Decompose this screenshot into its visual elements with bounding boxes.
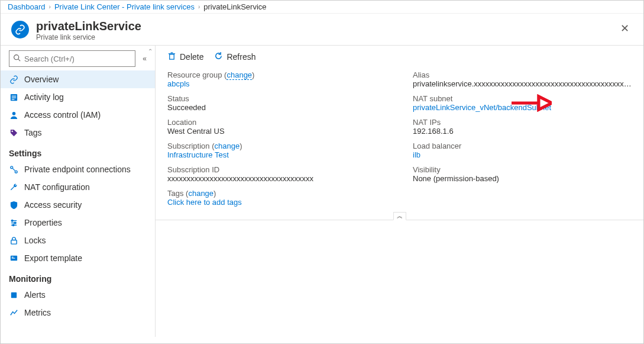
- sidebar-item-activity-log[interactable]: Activity log: [1, 88, 155, 106]
- collapse-sidebar-button[interactable]: «: [140, 53, 149, 64]
- breadcrumb-item-dashboard[interactable]: Dashboard: [8, 2, 46, 11]
- alias-value: privatelinkservice.xxxxxxxxxxxxxxxxxxxxx…: [413, 79, 632, 88]
- visibility-label: Visibility: [413, 165, 632, 174]
- breadcrumb-item-pl-center[interactable]: Private Link Center - Private link servi…: [54, 2, 195, 11]
- svg-rect-4: [11, 97, 16, 98]
- refresh-icon: [214, 52, 223, 62]
- sidebar-header-monitoring: Monitoring: [1, 267, 155, 286]
- svg-point-16: [12, 224, 14, 226]
- sidebar: ⌃ « Overview Activity log: [1, 46, 156, 337]
- load-balancer-label: Load balancer: [413, 142, 632, 150]
- page-header: privateLinkService Private link service …: [1, 14, 643, 45]
- field-nat-ips: NAT IPs 192.168.1.6: [413, 118, 632, 136]
- sidebar-item-label: Access security: [24, 200, 82, 210]
- sidebar-item-access-security[interactable]: Access security: [1, 196, 155, 214]
- delete-button[interactable]: Delete: [167, 52, 203, 62]
- chevron-up-icon: ︽: [397, 212, 403, 220]
- subscription-change-link[interactable]: change: [215, 142, 240, 150]
- sidebar-item-properties[interactable]: Properties: [1, 214, 155, 232]
- main-content: Delete Refresh: [156, 46, 643, 337]
- sidebar-item-overview[interactable]: Overview: [1, 70, 155, 88]
- sidebar-item-pe-connections[interactable]: Private endpoint connections: [1, 160, 155, 178]
- nat-ips-value: 192.168.1.6: [413, 127, 632, 136]
- sidebar-item-label: Tags: [24, 128, 42, 137]
- field-subscription: Subscription (change) Infrastructure Tes…: [167, 142, 413, 159]
- location-label: Location: [167, 118, 413, 127]
- refresh-button[interactable]: Refresh: [214, 52, 255, 62]
- sidebar-item-label: Metrics: [24, 308, 51, 317]
- properties-icon: [9, 218, 18, 227]
- close-button[interactable]: ✕: [616, 20, 634, 37]
- nat-ips-label: NAT IPs: [413, 118, 632, 127]
- resource-group-change-link[interactable]: change: [226, 70, 252, 80]
- breadcrumb-item-current: privateLinkService: [203, 2, 266, 11]
- page-title: privateLinkService: [36, 20, 141, 33]
- subscription-id-label: Subscription ID: [167, 165, 413, 174]
- svg-point-0: [14, 55, 19, 60]
- tags-change-link[interactable]: change: [188, 189, 213, 198]
- field-subscription-id: Subscription ID xxxxxxxxxxxxxxxxxxxxxxxx…: [167, 165, 413, 183]
- resource-group-value[interactable]: abcpls: [167, 79, 413, 88]
- field-tags: Tags (change) Click here to add tags: [167, 189, 413, 207]
- load-balancer-value[interactable]: ilb: [413, 150, 632, 159]
- alert-icon: [9, 291, 18, 300]
- sidebar-item-locks[interactable]: Locks: [1, 232, 155, 249]
- search-input[interactable]: [24, 54, 131, 63]
- refresh-label: Refresh: [226, 52, 255, 62]
- svg-rect-20: [11, 258, 15, 258]
- location-value: West Central US: [167, 127, 413, 136]
- person-icon: [9, 111, 18, 120]
- field-nat-subnet: NAT subnet privateLinkService_vNet/backe…: [413, 94, 632, 112]
- log-icon: [9, 93, 18, 102]
- subscription-label: Subscription: [167, 142, 210, 150]
- page-subtitle: Private link service: [36, 33, 141, 41]
- sidebar-item-nat-config[interactable]: NAT configuration: [1, 178, 155, 196]
- sidebar-item-export-template[interactable]: Export template: [1, 249, 155, 267]
- resource-link-icon: [11, 21, 29, 38]
- sidebar-item-label: Private endpoint connections: [24, 165, 131, 174]
- sidebar-item-label: Access control (IAM): [24, 110, 101, 120]
- svg-point-6: [12, 111, 15, 115]
- toolbar: Delete Refresh: [156, 46, 643, 68]
- sidebar-item-alerts[interactable]: Alerts: [1, 286, 155, 304]
- lock-icon: [9, 236, 18, 245]
- connections-icon: [9, 165, 18, 174]
- sidebar-item-access-control[interactable]: Access control (IAM): [1, 106, 155, 124]
- status-value: Succeeded: [167, 103, 413, 112]
- sidebar-item-metrics[interactable]: Metrics: [1, 304, 155, 322]
- status-label: Status: [167, 94, 413, 103]
- field-alias: Alias privatelinkservice.xxxxxxxxxxxxxxx…: [413, 70, 632, 88]
- nat-subnet-value[interactable]: privateLinkService_vNet/backendSubnet: [413, 103, 632, 112]
- tags-label: Tags: [167, 189, 183, 198]
- alias-label: Alias: [413, 70, 632, 79]
- wrench-icon: [9, 183, 18, 192]
- collapse-essentials-button[interactable]: ︽: [393, 212, 406, 220]
- visibility-value: None (permission-based): [413, 174, 632, 183]
- svg-rect-3: [11, 95, 16, 96]
- svg-line-10: [12, 168, 15, 171]
- trash-icon: [167, 52, 176, 62]
- sidebar-item-label: Export template: [24, 253, 82, 263]
- essentials-panel: Resource group (change) abcpls Status Su…: [156, 68, 643, 220]
- svg-point-9: [15, 171, 17, 173]
- subscription-id-value: xxxxxxxxxxxxxxxxxxxxxxxxxxxxxxxxxxxxxx: [167, 174, 413, 183]
- export-icon: [9, 254, 18, 263]
- sidebar-search[interactable]: [9, 50, 135, 67]
- tags-value[interactable]: Click here to add tags: [167, 198, 413, 207]
- svg-rect-21: [11, 292, 16, 297]
- search-icon: [13, 54, 21, 63]
- sidebar-item-label: Overview: [24, 75, 59, 84]
- sidebar-item-label: Activity log: [24, 92, 64, 102]
- svg-point-15: [14, 222, 15, 224]
- sidebar-item-label: Locks: [24, 236, 46, 245]
- svg-rect-19: [11, 256, 13, 257]
- field-visibility: Visibility None (permission-based): [413, 165, 632, 183]
- nat-subnet-label: NAT subnet: [413, 94, 632, 103]
- svg-point-8: [10, 166, 12, 168]
- resource-group-label: Resource group: [167, 70, 222, 79]
- shield-icon: [9, 201, 18, 210]
- svg-rect-17: [11, 240, 16, 244]
- field-load-balancer: Load balancer ilb: [413, 142, 632, 159]
- sidebar-item-tags[interactable]: Tags: [1, 124, 155, 142]
- subscription-value[interactable]: Infrastructure Test: [167, 150, 413, 159]
